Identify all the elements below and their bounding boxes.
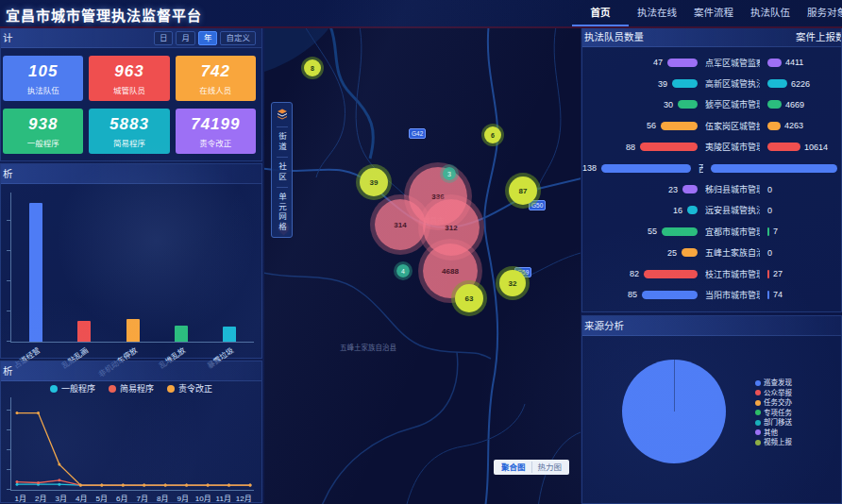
map-mode-toggle: 聚合图热力图: [494, 460, 569, 475]
road-number-badge: G42: [409, 128, 426, 139]
stat-value: 742: [201, 62, 230, 81]
map-teal-marker[interactable]: 4: [396, 264, 410, 277]
legend-dot: [109, 385, 116, 393]
map-mode-button[interactable]: 热力图: [531, 462, 568, 473]
team-row[interactable]: 30猇亭区城市管理...4669: [582, 94, 841, 115]
map-green-marker[interactable]: 32: [499, 270, 526, 296]
stat-card: 105执法队伍: [3, 56, 83, 101]
case-count-bar: [767, 270, 769, 278]
layer-menu-item[interactable]: 单元网格: [277, 187, 288, 237]
case-count-bar: [767, 227, 769, 236]
layers-icon: [277, 103, 288, 126]
map-green-marker[interactable]: 87: [509, 176, 537, 205]
line-panel-title: 析: [3, 361, 13, 380]
stats-panel-header: 计 日月年自定义: [1, 28, 261, 48]
team-name-label: 猇亭区城市管理...: [705, 98, 760, 110]
team-row[interactable]: 55宜都市城市管理...7: [582, 221, 841, 242]
time-filter-button[interactable]: 年: [198, 31, 218, 45]
layer-menu-items: 街道社区单元网格: [277, 126, 288, 237]
time-filter-button[interactable]: 自定义: [220, 31, 256, 45]
team-count-group: 47: [582, 58, 698, 67]
map-cluster-bubble[interactable]: 314: [375, 199, 426, 250]
case-count-value: 0: [767, 248, 772, 258]
map-mode-button[interactable]: 聚合图: [496, 462, 531, 473]
cases-count-group: 7: [767, 227, 841, 236]
map-green-marker[interactable]: 6: [484, 126, 501, 143]
pie-slice-divider: [674, 360, 675, 412]
nav-tab[interactable]: 首页: [572, 0, 629, 26]
stat-cards: 105执法队伍963城管队员742在线人员938一般程序5883简易程序7419…: [1, 48, 261, 154]
pie-legend-item: 部门移送: [755, 418, 792, 427]
team-row[interactable]: 85当阳市城市管理...74: [582, 284, 841, 305]
source-panel-header: 来源分析: [582, 316, 841, 336]
team-count-bar: [687, 206, 698, 214]
month-label: 10月: [194, 493, 214, 503]
stat-card: 742在线人员: [176, 56, 256, 101]
team-count-value: 82: [630, 269, 639, 278]
map-green-marker[interactable]: 8: [304, 59, 321, 76]
time-filter-button[interactable]: 日: [154, 31, 174, 45]
stat-label: 简易程序: [113, 137, 145, 148]
team-row[interactable]: 16远安县城管执法...0: [582, 200, 841, 221]
case-count-value: 27: [773, 269, 783, 278]
month-label: 11月: [213, 493, 234, 503]
map-green-marker[interactable]: 63: [455, 284, 483, 312]
case-count-value: 4263: [784, 121, 803, 130]
layer-menu-item[interactable]: 街道: [277, 126, 288, 157]
team-row[interactable]: 47点军区城管监察...4411: [582, 52, 841, 73]
city-map[interactable]: 街道社区单元网格 宜昌市五峰土家族自治县G42G50G5933631431246…: [264, 26, 581, 504]
case-count-value: 0: [767, 185, 772, 194]
case-count-bar: [767, 79, 787, 88]
nav-tab[interactable]: 执法队伍: [742, 0, 799, 26]
team-row[interactable]: 82枝江市城市管理...27: [582, 263, 841, 284]
nav-tab[interactable]: 服务对象: [799, 0, 842, 26]
case-type-bar-panel: 析 占道经营乱贴乱画非机动车停放乱堆乱放暴露垃圾: [0, 163, 262, 359]
team-row[interactable]: 88夷陵区城市管理...10614: [582, 137, 841, 158]
case-count-value: 74: [773, 290, 783, 299]
nav-tab[interactable]: 案件流程: [685, 0, 742, 26]
team-count-group: 56: [582, 121, 698, 130]
layer-menu-item[interactable]: 社区: [277, 157, 288, 187]
top-header: 宜昌市城市管理执法监督平台 首页执法在线案件流程执法队伍服务对象: [0, 0, 842, 28]
team-row[interactable]: 25五峰土家族自治...0: [582, 243, 841, 263]
month-label: 5月: [92, 493, 112, 503]
team-row[interactable]: 56伍家岗区城管执...4263: [582, 115, 841, 136]
line-panel-header: 析: [1, 361, 261, 381]
team-count-group: 23: [582, 185, 698, 194]
case-count-bar: [767, 291, 769, 299]
team-row[interactable]: 138西陵区城市管理...: [582, 158, 841, 178]
team-count-bar: [672, 79, 698, 88]
stat-value: 105: [28, 62, 58, 81]
stat-value: 5883: [109, 115, 149, 134]
time-filter-button[interactable]: 月: [176, 31, 195, 45]
map-green-marker[interactable]: 39: [360, 168, 388, 196]
pie-legend-label: 部门移送: [764, 418, 792, 427]
stat-value: 963: [114, 62, 143, 81]
nav-tab[interactable]: 执法在线: [629, 0, 685, 26]
bar: [175, 326, 188, 342]
trend-line-panel: 析 一般程序简易程序责令改正 1月2月3月4月5月6月7月8月9月10月11月1…: [0, 361, 262, 503]
team-name-label: 远安县城管执法...: [705, 204, 760, 216]
map-teal-marker[interactable]: 3: [443, 167, 456, 180]
legend-item: 简易程序: [109, 382, 154, 395]
team-count-group: 16: [582, 206, 698, 215]
case-count-bar: [767, 59, 782, 67]
team-row[interactable]: 39高新区城管执法...6226: [582, 73, 841, 93]
cases-count-group: 4669: [767, 100, 841, 109]
main-nav: 首页执法在线案件流程执法队伍服务对象: [572, 0, 842, 26]
cases-count-group: 27: [767, 269, 841, 278]
dashboard: 宜昌市城市管理执法监督平台 首页执法在线案件流程执法队伍服务对象 计 日月年自定…: [0, 0, 842, 504]
bar: [29, 203, 42, 342]
team-row[interactable]: 23秭归县城市管理...0: [582, 178, 841, 199]
team-name-label: 五峰土家族自治...: [705, 246, 760, 259]
team-count-bar: [661, 122, 698, 130]
month-label: 8月: [153, 493, 174, 503]
cases-count-group: 0: [767, 185, 841, 194]
team-count-bar: [682, 248, 698, 257]
cases-count-group: 6226: [767, 79, 841, 89]
team-count-value: 138: [582, 163, 597, 173]
bar: [223, 327, 236, 342]
stat-card: 963城管队员: [89, 56, 169, 101]
team-count-bar: [662, 227, 698, 236]
bar-slot: 占道经营: [11, 193, 59, 342]
